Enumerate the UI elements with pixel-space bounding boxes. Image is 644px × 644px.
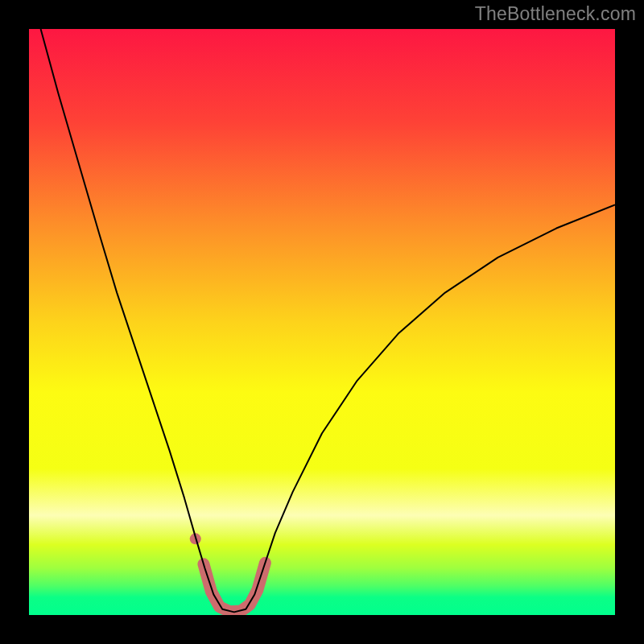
highlight-band [204,563,265,611]
bottleneck-curve [41,29,615,612]
plot-area [29,29,615,615]
curve-layer [29,29,615,615]
chart-root: TheBottleneck.com [0,0,644,644]
watermark-label: TheBottleneck.com [475,3,636,25]
